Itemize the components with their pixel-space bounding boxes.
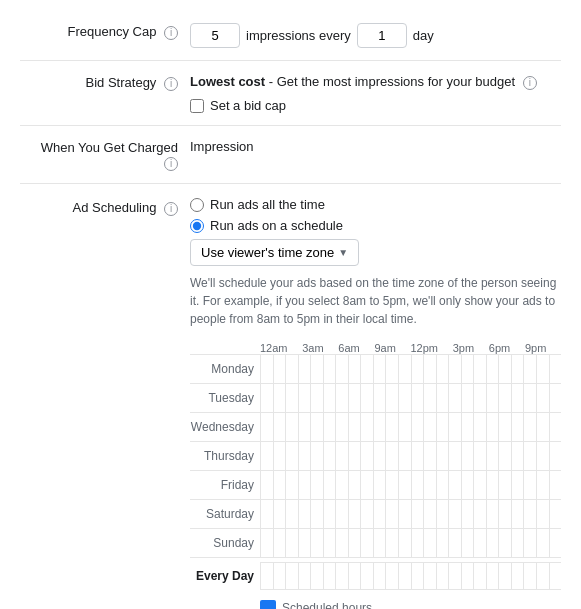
schedule-cell[interactable]: [260, 529, 273, 557]
schedule-cell[interactable]: [273, 471, 286, 499]
schedule-cell[interactable]: [549, 500, 562, 528]
schedule-cell[interactable]: [398, 384, 411, 412]
every-day-cell[interactable]: [523, 562, 536, 590]
schedule-cell[interactable]: [398, 471, 411, 499]
schedule-cell[interactable]: [549, 471, 562, 499]
schedule-cell[interactable]: [385, 529, 398, 557]
schedule-cell[interactable]: [498, 529, 511, 557]
schedule-cell[interactable]: [260, 413, 273, 441]
schedule-cell[interactable]: [411, 442, 424, 470]
schedule-cell[interactable]: [523, 442, 536, 470]
schedule-cell[interactable]: [360, 384, 373, 412]
schedule-cell[interactable]: [298, 384, 311, 412]
schedule-cell[interactable]: [385, 413, 398, 441]
schedule-cell[interactable]: [298, 471, 311, 499]
schedule-cell[interactable]: [398, 413, 411, 441]
schedule-cell[interactable]: [486, 442, 499, 470]
schedule-cell[interactable]: [549, 413, 562, 441]
schedule-cell[interactable]: [511, 500, 524, 528]
schedule-cell[interactable]: [461, 384, 474, 412]
schedule-cell[interactable]: [523, 500, 536, 528]
schedule-cell[interactable]: [473, 500, 486, 528]
every-day-cell[interactable]: [448, 562, 461, 590]
schedule-cell[interactable]: [335, 413, 348, 441]
schedule-cell[interactable]: [473, 442, 486, 470]
schedule-cell[interactable]: [523, 384, 536, 412]
schedule-cell[interactable]: [461, 413, 474, 441]
schedule-cell[interactable]: [398, 355, 411, 383]
schedule-cell[interactable]: [536, 500, 549, 528]
schedule-cell[interactable]: [511, 442, 524, 470]
frequency-cap-days-input[interactable]: [357, 23, 407, 48]
bid-strategy-desc-info-icon[interactable]: i: [523, 76, 537, 90]
schedule-cell[interactable]: [461, 500, 474, 528]
schedule-cell[interactable]: [335, 442, 348, 470]
schedule-cell[interactable]: [310, 471, 323, 499]
schedule-cell[interactable]: [335, 529, 348, 557]
schedule-cell[interactable]: [398, 442, 411, 470]
schedule-cell[interactable]: [423, 384, 436, 412]
every-day-cell[interactable]: [285, 562, 298, 590]
every-day-cell[interactable]: [486, 562, 499, 590]
schedule-cell[interactable]: [323, 471, 336, 499]
when-charged-info-icon[interactable]: i: [164, 157, 178, 171]
schedule-cell[interactable]: [536, 471, 549, 499]
schedule-cell[interactable]: [448, 384, 461, 412]
schedule-cell[interactable]: [461, 355, 474, 383]
schedule-cell[interactable]: [373, 529, 386, 557]
schedule-cell[interactable]: [436, 413, 449, 441]
schedule-cell[interactable]: [260, 355, 273, 383]
schedule-cell[interactable]: [448, 413, 461, 441]
schedule-cell[interactable]: [448, 471, 461, 499]
schedule-cell[interactable]: [373, 355, 386, 383]
schedule-cell[interactable]: [436, 529, 449, 557]
schedule-cell[interactable]: [360, 529, 373, 557]
schedule-cell[interactable]: [486, 355, 499, 383]
schedule-cell[interactable]: [285, 500, 298, 528]
every-day-cell[interactable]: [511, 562, 524, 590]
schedule-cell[interactable]: [260, 471, 273, 499]
schedule-cell[interactable]: [335, 384, 348, 412]
schedule-cell[interactable]: [498, 500, 511, 528]
schedule-cell[interactable]: [423, 471, 436, 499]
schedule-cell[interactable]: [373, 500, 386, 528]
every-day-cell[interactable]: [461, 562, 474, 590]
schedule-cell[interactable]: [486, 500, 499, 528]
schedule-cell[interactable]: [260, 442, 273, 470]
every-day-cell[interactable]: [310, 562, 323, 590]
schedule-cell[interactable]: [423, 500, 436, 528]
schedule-cell[interactable]: [310, 529, 323, 557]
schedule-cell[interactable]: [360, 413, 373, 441]
every-day-cell[interactable]: [411, 562, 424, 590]
every-day-cell[interactable]: [260, 562, 273, 590]
schedule-cell[interactable]: [348, 529, 361, 557]
schedule-cell[interactable]: [486, 413, 499, 441]
schedule-cell[interactable]: [436, 471, 449, 499]
schedule-cell[interactable]: [298, 500, 311, 528]
schedule-cell[interactable]: [373, 471, 386, 499]
schedule-cell[interactable]: [411, 355, 424, 383]
schedule-cell[interactable]: [335, 355, 348, 383]
schedule-cell[interactable]: [536, 529, 549, 557]
schedule-cell[interactable]: [523, 413, 536, 441]
schedule-cell[interactable]: [448, 355, 461, 383]
schedule-cell[interactable]: [473, 413, 486, 441]
schedule-cell[interactable]: [310, 442, 323, 470]
schedule-cell[interactable]: [373, 384, 386, 412]
schedule-cell[interactable]: [285, 471, 298, 499]
schedule-cell[interactable]: [436, 442, 449, 470]
schedule-cell[interactable]: [511, 413, 524, 441]
every-day-cell[interactable]: [536, 562, 549, 590]
schedule-cell[interactable]: [273, 384, 286, 412]
schedule-cell[interactable]: [348, 355, 361, 383]
bid-strategy-info-icon[interactable]: i: [164, 77, 178, 91]
every-day-cell[interactable]: [335, 562, 348, 590]
schedule-cell[interactable]: [273, 500, 286, 528]
schedule-cell[interactable]: [323, 384, 336, 412]
every-day-cell[interactable]: [398, 562, 411, 590]
schedule-cell[interactable]: [498, 355, 511, 383]
schedule-cell[interactable]: [310, 384, 323, 412]
schedule-cell[interactable]: [411, 471, 424, 499]
schedule-cell[interactable]: [448, 529, 461, 557]
schedule-cell[interactable]: [323, 500, 336, 528]
